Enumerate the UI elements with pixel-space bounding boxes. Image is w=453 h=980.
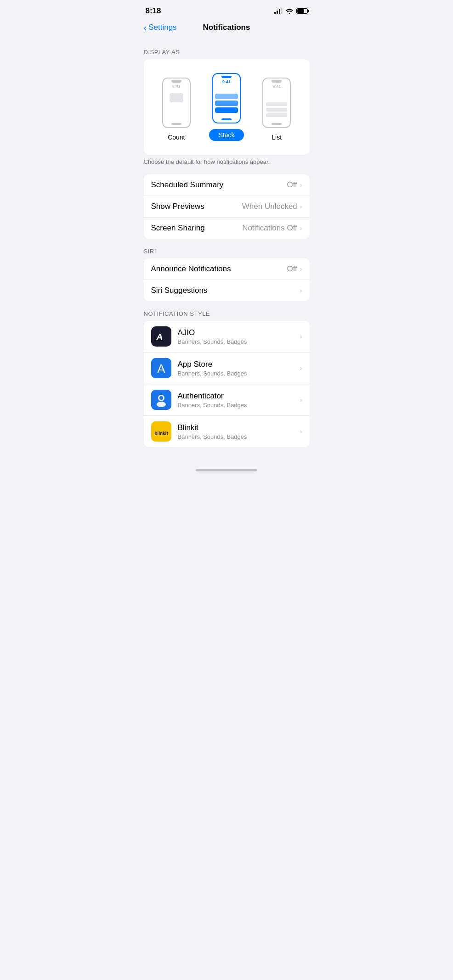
authenticator-name: Authenticator — [178, 392, 300, 401]
status-icons — [274, 8, 308, 14]
siri-suggestions-chevron: › — [300, 287, 302, 294]
show-previews-chevron: › — [300, 203, 302, 210]
scheduled-summary-item[interactable]: Scheduled Summary Off › — [144, 174, 310, 196]
blinkit-info: Blinkit Banners, Sounds, Badges — [178, 423, 300, 440]
blinkit-subtitle: Banners, Sounds, Badges — [178, 433, 300, 440]
list-notch — [272, 80, 282, 83]
ajio-subtitle: Banners, Sounds, Badges — [178, 338, 300, 345]
list-time: 9:41 — [272, 84, 281, 89]
home-indicator — [196, 469, 257, 471]
page-title: Notifications — [203, 23, 250, 32]
stack-label: Stack — [209, 129, 243, 141]
siri-suggestions-item[interactable]: Siri Suggestions › — [144, 280, 310, 301]
authenticator-icon — [151, 390, 171, 410]
appstore-name: App Store — [178, 360, 300, 369]
svg-text:A: A — [156, 332, 163, 342]
scheduled-summary-right: Off › — [287, 180, 302, 190]
ajio-icon: A — [151, 326, 171, 347]
display-option-stack[interactable]: 9:41 Stack — [209, 73, 243, 141]
appstore-subtitle: Banners, Sounds, Badges — [178, 370, 300, 377]
display-as-card: 9:41 Count 9:41 Stack — [144, 59, 310, 155]
stack-notifications — [215, 94, 238, 114]
blinkit-name: Blinkit — [178, 423, 300, 432]
screen-sharing-value: Notifications Off — [242, 224, 297, 233]
signal-icon — [274, 8, 283, 14]
notification-style-group: A AJIO Banners, Sounds, Badges › A App S… — [144, 321, 310, 447]
scheduled-summary-value: Off — [287, 180, 297, 190]
list-label: List — [272, 134, 282, 141]
app-item-blinkit[interactable]: blinkit Blinkit Banners, Sounds, Badges … — [144, 416, 310, 447]
status-time: 8:18 — [146, 6, 161, 16]
stack-time: 9:41 — [222, 79, 231, 84]
appstore-info: App Store Banners, Sounds, Badges — [178, 360, 300, 377]
screen-sharing-right: Notifications Off › — [242, 224, 302, 233]
count-home — [171, 123, 181, 125]
siri-settings-group: Announce Notifications Off › Siri Sugges… — [144, 258, 310, 301]
display-option-list[interactable]: 9:41 List — [262, 78, 291, 141]
announce-notifications-label: Announce Notifications — [151, 264, 231, 274]
count-notch — [171, 80, 181, 83]
back-button[interactable]: ‹ Settings — [144, 23, 177, 32]
battery-icon — [296, 8, 308, 14]
app-item-appstore[interactable]: A App Store Banners, Sounds, Badges › — [144, 353, 310, 384]
appstore-chevron: › — [300, 364, 302, 372]
back-label: Settings — [148, 23, 176, 32]
announce-notifications-right: Off › — [287, 264, 302, 274]
ajio-chevron: › — [300, 333, 302, 340]
announce-notifications-chevron: › — [300, 265, 302, 273]
scheduled-summary-label: Scheduled Summary — [151, 180, 224, 190]
screen-sharing-chevron: › — [300, 224, 302, 232]
app-item-authenticator[interactable]: Authenticator Banners, Sounds, Badges › — [144, 384, 310, 416]
announce-notifications-item[interactable]: Announce Notifications Off › — [144, 258, 310, 280]
siri-section-header: SIRI — [136, 239, 317, 258]
svg-text:blinkit: blinkit — [154, 431, 168, 436]
siri-suggestions-label: Siri Suggestions — [151, 286, 208, 295]
show-previews-value: When Unlocked — [242, 202, 297, 211]
stack-phone-mockup: 9:41 — [212, 73, 241, 123]
authenticator-chevron: › — [300, 396, 302, 403]
app-item-ajio[interactable]: A AJIO Banners, Sounds, Badges › — [144, 321, 310, 353]
stack-notch — [221, 76, 232, 78]
wifi-icon — [285, 8, 294, 14]
authenticator-info: Authenticator Banners, Sounds, Badges — [178, 392, 300, 409]
count-time: 9:41 — [172, 84, 181, 89]
blinkit-icon: blinkit — [151, 421, 171, 442]
announce-notifications-value: Off — [287, 264, 297, 274]
display-as-note: Choose the default for how notifications… — [136, 155, 317, 174]
count-badge — [170, 93, 183, 102]
svg-point-6 — [157, 402, 166, 407]
ajio-info: AJIO Banners, Sounds, Badges — [178, 328, 300, 345]
appstore-icon: A — [151, 358, 171, 378]
show-previews-item[interactable]: Show Previews When Unlocked › — [144, 196, 310, 218]
screen-sharing-label: Screen Sharing — [151, 224, 205, 233]
list-items — [266, 102, 287, 119]
bottom-bar — [136, 465, 317, 473]
screen-sharing-item[interactable]: Screen Sharing Notifications Off › — [144, 218, 310, 239]
display-as-header: DISPLAY AS — [136, 39, 317, 59]
ajio-name: AJIO — [178, 328, 300, 337]
stack-home — [221, 118, 232, 120]
show-previews-label: Show Previews — [151, 202, 204, 211]
list-home — [272, 123, 282, 125]
back-chevron-icon: ‹ — [144, 23, 147, 32]
show-previews-right: When Unlocked › — [242, 202, 302, 211]
svg-text:A: A — [157, 362, 165, 375]
siri-suggestions-right: › — [300, 287, 302, 294]
status-bar: 8:18 — [136, 0, 317, 19]
count-phone-mockup: 9:41 — [162, 78, 191, 128]
general-settings-group: Scheduled Summary Off › Show Previews Wh… — [144, 174, 310, 239]
display-option-count[interactable]: 9:41 Count — [162, 78, 191, 141]
list-phone-mockup: 9:41 — [262, 78, 291, 128]
blinkit-chevron: › — [300, 428, 302, 435]
display-options: 9:41 Count 9:41 Stack — [153, 68, 300, 146]
count-label: Count — [168, 134, 185, 141]
nav-header: ‹ Settings Notifications — [136, 19, 317, 39]
svg-point-5 — [159, 396, 163, 400]
notification-style-header: NOTIFICATION STYLE — [136, 301, 317, 321]
authenticator-subtitle: Banners, Sounds, Badges — [178, 402, 300, 409]
scheduled-summary-chevron: › — [300, 181, 302, 189]
